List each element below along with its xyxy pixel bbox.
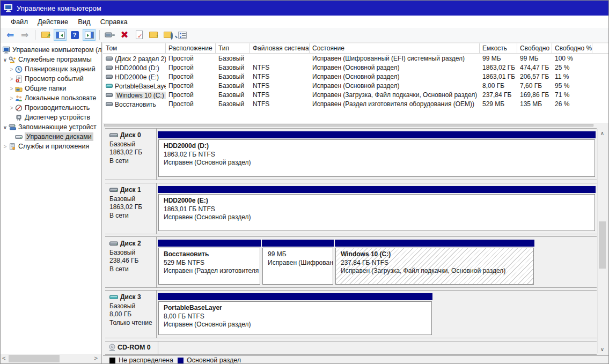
tree-item-disk-management[interactable]: Управление дисками — [1, 132, 101, 142]
column-header-volume[interactable]: Том — [103, 43, 166, 54]
back-button[interactable]: ⇐ — [4, 29, 17, 41]
scroll-right-icon[interactable]: > — [94, 355, 98, 361]
partition-status: Исправен (Основной раздел) — [164, 213, 595, 222]
volume-status: Исправен (Основной раздел) — [310, 63, 480, 72]
tree-item-services[interactable]: > Службы и приложения — [1, 142, 101, 151]
sidebar-horizontal-scrollbar[interactable]: < > — [1, 354, 102, 363]
delete-volume-button[interactable]: ✖ — [118, 29, 131, 41]
menu-action[interactable]: Действие — [33, 17, 73, 27]
graph-vertical-scrollbar[interactable]: ∧ ∨ — [597, 129, 606, 353]
folder-up-icon: ↑ — [149, 32, 158, 38]
column-header-status[interactable]: Состояние — [310, 43, 480, 54]
folder-up-button[interactable]: ↑ — [147, 29, 160, 41]
volume-row-disk2-part2[interactable]: (Диск 2 раздел 2) — [103, 54, 166, 63]
menu-help[interactable]: Справка — [96, 17, 133, 27]
volume-layout: Простой — [166, 90, 216, 99]
volume-filler — [592, 81, 609, 90]
scroll-up-icon[interactable]: ∧ — [598, 130, 607, 136]
volume-icon — [106, 84, 113, 88]
disk3-info[interactable]: Диск 3 Базовый 8,00 ГБ Только чтение — [105, 291, 157, 338]
volume-free-pct: 26 % — [552, 99, 592, 108]
chevron-collapsed-icon[interactable]: > — [8, 105, 15, 111]
partition-portablebaselayer[interactable]: PortableBaseLayer 8,00 ГБ NTFS Исправен … — [158, 293, 432, 335]
volume-name: HDD2000d (D:) — [115, 64, 159, 72]
menu-file[interactable]: Файл — [6, 17, 33, 27]
console-tree-icon — [56, 32, 65, 39]
cdrom-row[interactable]: CD-ROM 0 — [105, 341, 597, 355]
scrollbar-thumb[interactable] — [599, 221, 606, 269]
column-header-free[interactable]: Свободно — [517, 43, 552, 54]
explore-button[interactable] — [162, 29, 174, 41]
volume-row-windows10[interactable]: Windows 10 (C:) — [103, 90, 166, 99]
volume-name: Windows 10 (C:) — [115, 92, 166, 99]
tree-item-task-scheduler[interactable]: > Планировщик заданий — [1, 64, 101, 74]
primary-partition-bar — [158, 293, 432, 300]
chevron-expanded-icon[interactable]: ∨ — [2, 57, 9, 63]
volume-row-portablebaselayer[interactable]: PortableBaseLayer — [103, 81, 166, 90]
chevron-collapsed-icon[interactable]: > — [8, 95, 15, 101]
volume-icon — [106, 93, 113, 98]
disk0-info[interactable]: Диск 0 Базовый 1863,02 ГБ В сети — [105, 129, 157, 180]
volume-row-recovery[interactable]: Восстановить — [103, 99, 166, 108]
partition-detail: 237,84 ГБ NTFS — [341, 259, 533, 268]
column-header-type[interactable]: Тип — [216, 43, 250, 54]
column-header-layout[interactable]: Расположение — [166, 43, 216, 54]
show-action-pane-button[interactable] — [83, 29, 96, 41]
tree-item-local-users[interactable]: > Локальные пользовате — [1, 93, 101, 103]
menu-view[interactable]: Вид — [73, 17, 96, 27]
remote-connection-icon — [105, 31, 115, 39]
disk2-info[interactable]: Диск 2 Базовый 238,46 ГБ В сети — [105, 237, 157, 287]
tree-item-performance[interactable]: > Производительность — [1, 103, 101, 113]
tree-item-storage[interactable]: ∨ Запоминающие устройст — [1, 122, 101, 132]
scrollbar-thumb[interactable] — [104, 124, 593, 127]
action-pane-icon — [85, 32, 94, 39]
performance-icon — [15, 105, 23, 112]
partition-status: Исправен (Загрузка, Файл подкачки, Основ… — [341, 267, 533, 276]
chevron-collapsed-icon[interactable]: > — [8, 76, 15, 82]
show-console-tree-button[interactable] — [54, 29, 67, 41]
scrollbar-thumb[interactable] — [9, 355, 60, 362]
properties-button[interactable] — [176, 29, 189, 41]
disk-state: В сети — [109, 212, 156, 220]
volume-filler — [592, 72, 609, 81]
volume-row-hdd2000e[interactable]: HDD2000e (E:) — [103, 72, 166, 81]
partition-name: Windows 10 (C:) — [341, 250, 533, 259]
chevron-collapsed-icon[interactable]: > — [8, 86, 15, 92]
tree-item-label: Локальные пользовате — [25, 94, 96, 102]
volume-layout: Простой — [166, 63, 216, 72]
list-horizontal-scrollbar[interactable] — [103, 123, 609, 127]
scroll-down-icon[interactable]: ∨ — [598, 346, 607, 352]
partition-windows10[interactable]: Windows 10 (C:) 237,84 ГБ NTFS Исправен … — [335, 240, 534, 285]
forward-button[interactable]: ⇒ — [18, 29, 31, 41]
export-list-button[interactable]: ↗ — [39, 29, 52, 41]
volume-fs — [250, 54, 310, 63]
chevron-expanded-icon[interactable]: ∨ — [2, 124, 9, 130]
partition-recovery[interactable]: Восстановить 529 МБ NTFS Исправен (Разде… — [158, 240, 261, 285]
volume-row-hdd2000d[interactable]: HDD2000d (D:) — [103, 63, 166, 72]
tree-item-system-tools[interactable]: ∨ Служебные программы — [1, 55, 101, 64]
tree-item-computer-management[interactable]: Управление компьютером (л — [1, 45, 101, 55]
disk1-info[interactable]: Диск 1 Базовый 1863,02 ГБ В сети — [105, 183, 157, 234]
tree-item-shared-folders[interactable]: > Общие папки — [1, 84, 101, 93]
help-button[interactable]: ? — [68, 29, 81, 41]
partition-hdd2000d[interactable]: HDD2000d (D:) 1863,02 ГБ NTFS Исправен (… — [158, 131, 596, 177]
check-document-icon: ✓ — [136, 31, 143, 39]
disk-icon — [109, 188, 118, 192]
partition-efi[interactable]: 99 МБ Исправен (Шифрованный (EFI) систем… — [262, 240, 334, 285]
remote-connection-button[interactable] — [104, 29, 116, 41]
column-header-capacity[interactable]: Емкость — [480, 43, 517, 54]
column-header-free-pct[interactable]: Свободно % — [552, 43, 592, 54]
chevron-collapsed-icon[interactable]: > — [8, 66, 15, 72]
scroll-left-icon[interactable]: < — [2, 355, 5, 361]
disk2-strip: Восстановить 529 МБ NTFS Исправен (Разде… — [158, 237, 596, 287]
volume-name: Восстановить — [115, 101, 156, 108]
tree-item-event-viewer[interactable]: > Просмотр событий — [1, 74, 101, 84]
primary-partition-bar — [158, 240, 261, 247]
partition-hdd2000e[interactable]: HDD2000e (E:) 1863,01 ГБ NTFS Исправен (… — [158, 186, 596, 231]
tree-item-device-manager[interactable]: Диспетчер устройств — [1, 113, 101, 122]
validate-button[interactable]: ✓ — [133, 29, 145, 41]
column-header-filesystem[interactable]: Файловая система — [250, 43, 310, 54]
chevron-collapsed-icon[interactable]: > — [2, 144, 9, 150]
volume-filler — [592, 99, 609, 108]
cdrom-separator — [158, 341, 158, 354]
